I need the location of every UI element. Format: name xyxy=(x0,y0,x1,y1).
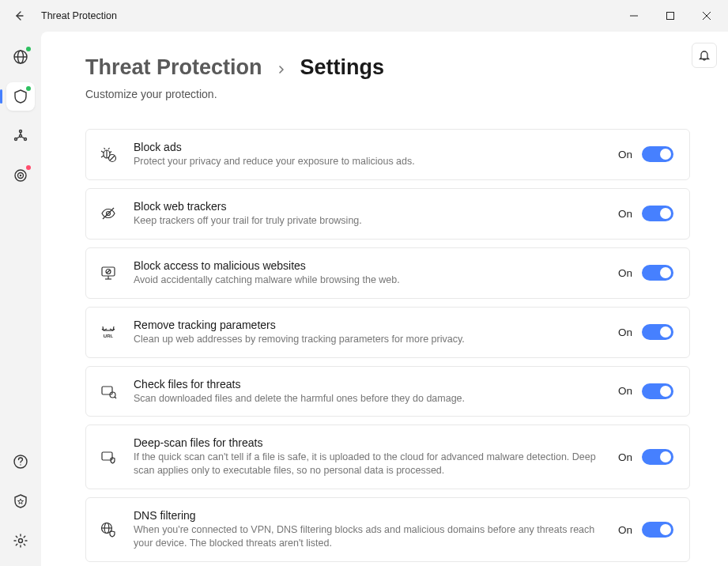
toggle-state-label: On xyxy=(618,267,632,279)
svg-point-8 xyxy=(20,130,22,133)
breadcrumb-current: Settings xyxy=(300,55,385,80)
mesh-icon xyxy=(13,128,28,144)
sidebar-item-target[interactable] xyxy=(6,161,35,190)
eye-off-icon xyxy=(99,204,118,223)
close-icon xyxy=(703,12,711,20)
svg-line-26 xyxy=(103,208,114,219)
svg-line-31 xyxy=(107,270,110,274)
page-subtitle: Customize your protection. xyxy=(85,88,690,100)
setting-title: Block access to malicious websites xyxy=(134,259,602,272)
setting-desc: Protect your privacy and reduce your exp… xyxy=(134,155,602,168)
window-title: Threat Protection xyxy=(41,10,616,21)
sidebar-item-globe[interactable] xyxy=(6,43,35,71)
target-icon xyxy=(13,168,28,183)
svg-point-9 xyxy=(15,138,17,141)
window-close-button[interactable] xyxy=(688,3,725,28)
toggle-state-label: On xyxy=(618,208,632,220)
window-minimize-button[interactable] xyxy=(616,3,652,28)
titlebar: Threat Protection xyxy=(0,0,728,32)
breadcrumb: Threat Protection Settings xyxy=(85,55,690,80)
svg-rect-2 xyxy=(667,13,674,20)
setting-desc: If the quick scan can't tell if a file i… xyxy=(134,451,602,477)
setting-title: DNS filtering xyxy=(134,509,602,522)
notifications-button[interactable] xyxy=(692,43,717,68)
toggle-block-ads[interactable] xyxy=(642,146,673,162)
svg-point-17 xyxy=(21,175,21,176)
setting-title: Remove tracking parameters xyxy=(134,319,602,331)
svg-point-20 xyxy=(19,539,23,543)
setting-title: Block web trackers xyxy=(134,200,602,213)
toggle-state-label: On xyxy=(618,149,632,160)
svg-line-14 xyxy=(21,137,24,138)
status-dot xyxy=(26,47,31,51)
url-clean-icon: URL xyxy=(99,323,118,341)
setting-deep-scan: Deep-scan files for threats If the quick… xyxy=(85,424,690,489)
bug-block-icon xyxy=(99,145,118,164)
back-button[interactable] xyxy=(6,3,32,28)
setting-check-files: Check files for threats Scan downloaded … xyxy=(85,366,690,417)
toggle-block-trackers[interactable] xyxy=(642,206,673,221)
svg-point-10 xyxy=(25,138,27,141)
gear-icon xyxy=(13,533,28,549)
window-controls xyxy=(616,3,725,28)
svg-text:URL: URL xyxy=(104,334,114,338)
arrow-left-icon xyxy=(13,9,25,22)
status-dot xyxy=(26,165,31,170)
toggle-state-label: On xyxy=(618,451,632,463)
setting-desc: Keep trackers off your trail for truly p… xyxy=(134,214,602,228)
maximize-icon xyxy=(666,12,674,20)
globe-icon xyxy=(13,49,28,65)
sidebar-item-mesh[interactable] xyxy=(6,122,35,150)
toggle-dns-filtering[interactable] xyxy=(642,522,673,538)
toggle-state-label: On xyxy=(618,326,632,338)
setting-title: Check files for threats xyxy=(134,378,602,391)
toggle-block-malicious-websites[interactable] xyxy=(642,265,673,281)
toggle-remove-tracking-params[interactable] xyxy=(642,324,673,340)
setting-remove-tracking-params: URL Remove tracking parameters Clean up … xyxy=(85,307,690,358)
sidebar-item-help[interactable] xyxy=(6,447,35,476)
toggle-state-label: On xyxy=(618,524,632,536)
setting-block-ads: Block ads Protect your privacy and reduc… xyxy=(85,129,690,180)
setting-block-trackers: Block web trackers Keep trackers off you… xyxy=(85,188,690,240)
content: Threat Protection Settings Customize you… xyxy=(41,32,728,566)
help-icon xyxy=(13,454,28,470)
breadcrumb-parent[interactable]: Threat Protection xyxy=(85,55,262,80)
setting-desc: When you're connected to VPN, DNS filter… xyxy=(134,523,602,550)
file-scan-icon xyxy=(99,382,118,401)
setting-title: Deep-scan files for threats xyxy=(134,436,602,449)
svg-point-19 xyxy=(20,464,21,465)
dns-filter-icon xyxy=(99,520,118,539)
sidebar-item-shield[interactable] xyxy=(6,82,35,111)
setting-desc: Scan downloaded files and delete the har… xyxy=(134,392,602,406)
setting-desc: Avoid accidentally catching malware whil… xyxy=(134,274,602,287)
svg-line-36 xyxy=(115,397,116,398)
sidebar-item-settings[interactable] xyxy=(6,526,35,555)
setting-title: Block ads xyxy=(134,141,602,153)
setting-block-malicious-websites: Block access to malicious websites Avoid… xyxy=(85,247,690,299)
monitor-block-icon xyxy=(99,263,118,282)
sidebar xyxy=(0,32,41,566)
toggle-state-label: On xyxy=(618,385,632,397)
svg-line-24 xyxy=(110,156,115,160)
shield-star-icon xyxy=(13,493,28,509)
setting-dns-filtering: DNS filtering When you're connected to V… xyxy=(85,497,690,562)
window-maximize-button[interactable] xyxy=(652,3,688,28)
toggle-check-files[interactable] xyxy=(642,383,673,399)
status-dot xyxy=(26,86,31,91)
svg-line-13 xyxy=(17,137,19,138)
minimize-icon xyxy=(630,12,638,20)
chevron-right-icon xyxy=(277,62,286,78)
settings-list: Block ads Protect your privacy and reduc… xyxy=(85,129,690,562)
svg-point-11 xyxy=(20,135,22,138)
sidebar-item-shield-star[interactable] xyxy=(6,487,35,515)
file-deep-scan-icon xyxy=(99,447,118,466)
setting-desc: Clean up web addresses by removing track… xyxy=(134,333,602,346)
toggle-deep-scan[interactable] xyxy=(642,449,673,465)
bell-icon xyxy=(698,49,711,62)
shield-icon xyxy=(13,89,28,104)
